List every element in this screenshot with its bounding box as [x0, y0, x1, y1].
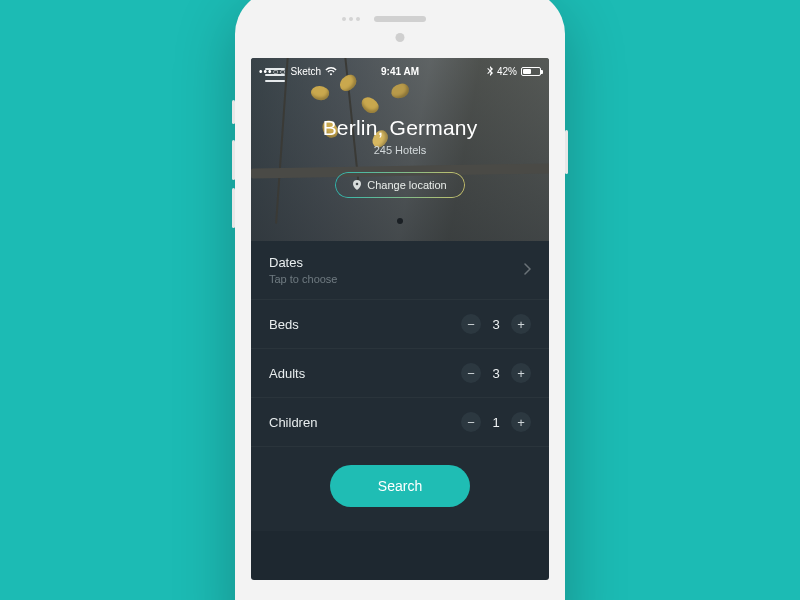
search-panel: Dates Tap to choose Beds − 3 + Adults − — [251, 241, 549, 531]
beds-plus-button[interactable]: + — [511, 314, 531, 334]
children-stepper: − 1 + — [461, 412, 531, 432]
hero-section: •••○○ Sketch 9:41 AM 42% — [251, 58, 549, 241]
phone-side-button — [232, 188, 235, 228]
proximity-sensor — [342, 17, 360, 21]
app-screen: •••○○ Sketch 9:41 AM 42% — [251, 58, 549, 580]
children-minus-button[interactable]: − — [461, 412, 481, 432]
search-button[interactable]: Search — [330, 465, 470, 507]
chevron-right-icon — [524, 261, 531, 279]
menu-button[interactable] — [265, 68, 285, 82]
battery-percent: 42% — [497, 66, 517, 77]
phone-camera — [396, 33, 405, 42]
children-row: Children − 1 + — [251, 398, 549, 447]
dates-row[interactable]: Dates Tap to choose — [251, 241, 549, 300]
pin-icon — [353, 180, 361, 190]
adults-stepper: − 3 + — [461, 363, 531, 383]
wifi-icon — [325, 67, 337, 76]
change-location-button[interactable]: Change location — [335, 172, 465, 198]
beds-value: 3 — [491, 317, 501, 332]
location-title: Berlin, Germany — [323, 116, 478, 140]
phone-speaker — [374, 16, 426, 22]
adults-label: Adults — [269, 366, 305, 381]
status-time: 9:41 AM — [381, 66, 419, 77]
hotel-count: 245 Hotels — [374, 144, 427, 156]
adults-value: 3 — [491, 366, 501, 381]
bluetooth-icon — [487, 66, 493, 76]
children-value: 1 — [491, 415, 501, 430]
adults-row: Adults − 3 + — [251, 349, 549, 398]
beds-minus-button[interactable]: − — [461, 314, 481, 334]
dates-hint: Tap to choose — [269, 273, 338, 285]
dates-label: Dates — [269, 255, 338, 270]
phone-side-button — [232, 140, 235, 180]
status-bar: •••○○ Sketch 9:41 AM 42% — [251, 62, 549, 80]
beds-stepper: − 3 + — [461, 314, 531, 334]
battery-icon — [521, 67, 541, 76]
phone-side-button — [565, 130, 568, 174]
pager-dot — [397, 218, 403, 224]
beds-row: Beds − 3 + — [251, 300, 549, 349]
beds-label: Beds — [269, 317, 299, 332]
phone-side-button — [232, 100, 235, 124]
children-plus-button[interactable]: + — [511, 412, 531, 432]
carrier-label: Sketch — [291, 66, 322, 77]
adults-minus-button[interactable]: − — [461, 363, 481, 383]
phone-frame: •••○○ Sketch 9:41 AM 42% — [235, 0, 565, 600]
change-location-label: Change location — [367, 179, 447, 191]
adults-plus-button[interactable]: + — [511, 363, 531, 383]
children-label: Children — [269, 415, 317, 430]
